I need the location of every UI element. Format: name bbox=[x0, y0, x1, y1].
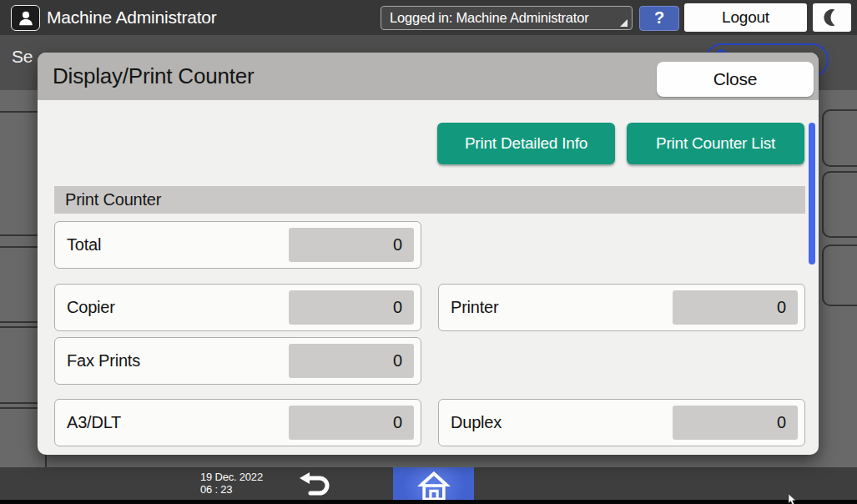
scrollbar-thumb[interactable] bbox=[809, 123, 815, 265]
screen-bottom-edge bbox=[0, 500, 857, 504]
background-list-item bbox=[822, 244, 857, 306]
dialog-title: Display/Print Counter bbox=[53, 53, 254, 100]
counter-row-a3-dlt: A3/DLT 0 bbox=[54, 399, 421, 446]
counter-row-fax-prints: Fax Prints 0 bbox=[54, 337, 421, 385]
user-icon bbox=[17, 9, 35, 28]
counter-value: 0 bbox=[289, 290, 414, 325]
counter-label: Duplex bbox=[451, 400, 502, 445]
user-account-button[interactable] bbox=[11, 5, 40, 31]
counter-label: A3/DLT bbox=[67, 400, 121, 445]
bottom-bar: 19 Dec. 202206 : 23 bbox=[0, 467, 857, 504]
close-button[interactable]: Close bbox=[657, 62, 814, 97]
counter-row-total: Total 0 bbox=[54, 221, 421, 269]
display-print-counter-dialog: Display/Print Counter Close Print Detail… bbox=[38, 53, 819, 455]
print-counter-list-button[interactable]: Print Counter List bbox=[627, 123, 804, 164]
counter-value: 0 bbox=[289, 406, 414, 440]
time-label: 06 : 23 bbox=[200, 483, 232, 496]
counter-value: 0 bbox=[673, 406, 798, 440]
logged-in-dropdown[interactable]: Logged in: Machine Administrator bbox=[381, 6, 633, 30]
home-button[interactable] bbox=[393, 467, 474, 504]
dropdown-corner-icon bbox=[620, 19, 628, 27]
counter-row-copier: Copier 0 bbox=[54, 284, 421, 331]
counter-label: Copier bbox=[67, 285, 115, 330]
counter-value: 0 bbox=[673, 290, 798, 325]
print-detailed-info-button[interactable]: Print Detailed Info bbox=[437, 123, 615, 164]
back-button[interactable] bbox=[294, 470, 337, 501]
counter-row-printer: Printer 0 bbox=[438, 284, 805, 331]
logout-button[interactable]: Logout bbox=[684, 3, 807, 32]
back-arrow-icon bbox=[297, 471, 334, 500]
page-title: Machine Administrator bbox=[47, 0, 217, 35]
logged-in-label: Logged in: Machine Administrator bbox=[390, 10, 589, 25]
help-button[interactable]: ? bbox=[639, 6, 679, 31]
counter-label: Total bbox=[67, 222, 101, 267]
print-counter-section-header: Print Counter bbox=[54, 186, 805, 214]
date-label: 19 Dec. 2022 bbox=[200, 471, 263, 483]
counter-value: 0 bbox=[289, 228, 414, 262]
top-bar: Machine Administrator Logged in: Machine… bbox=[0, 0, 857, 35]
home-icon bbox=[416, 469, 452, 502]
counter-label: Fax Prints bbox=[67, 338, 140, 383]
energy-saver-button[interactable] bbox=[813, 3, 851, 32]
moon-icon bbox=[822, 8, 842, 28]
counter-row-duplex: Duplex 0 bbox=[438, 399, 805, 446]
dialog-header: Display/Print Counter Close bbox=[38, 53, 819, 100]
machine-admin-screen: Se Machine Administrator Logged in: Mach… bbox=[0, 0, 857, 504]
counter-label: Printer bbox=[451, 285, 499, 330]
background-list-item bbox=[822, 171, 857, 238]
date-time: 19 Dec. 202206 : 23 bbox=[200, 471, 263, 496]
background-settings-title: Se bbox=[12, 47, 33, 67]
mouse-cursor-icon bbox=[788, 493, 798, 504]
counter-value: 0 bbox=[289, 344, 414, 378]
background-list-item bbox=[822, 109, 857, 167]
